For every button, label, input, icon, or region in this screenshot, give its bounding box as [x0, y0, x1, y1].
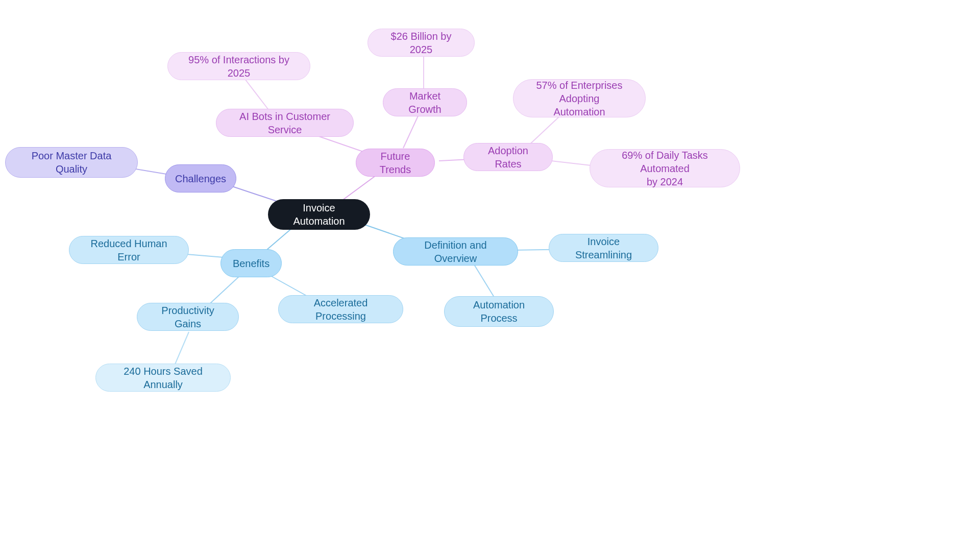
node-future-trends[interactable]: Future Trends — [356, 149, 435, 177]
node-invoice-streamlining[interactable]: Invoice Streamlining — [549, 234, 658, 262]
node-poor-master-data[interactable]: Poor Master Data Quality — [5, 147, 138, 178]
node-adoption-stat-1[interactable]: 57% of Enterprises Adopting Automation — [513, 79, 646, 117]
node-definition[interactable]: Definition and Overview — [393, 237, 518, 266]
svg-line-4 — [245, 79, 271, 112]
node-automation-process[interactable]: Automation Process — [444, 296, 554, 327]
node-adoption-rates[interactable]: Adoption Rates — [463, 143, 553, 171]
node-productivity-stat[interactable]: 240 Hours Saved Annually — [95, 364, 231, 392]
node-productivity[interactable]: Productivity Gains — [137, 303, 239, 331]
svg-line-5 — [403, 115, 419, 148]
edge-layer — [0, 0, 980, 553]
svg-line-12 — [475, 266, 495, 299]
node-market-growth[interactable]: Market Growth — [383, 88, 467, 116]
mindmap-canvas: Invoice Automation Challenges Poor Maste… — [0, 0, 980, 553]
node-ai-bots-stat[interactable]: 95% of Interactions by 2025 — [167, 52, 310, 80]
node-adoption-stat-2[interactable]: 69% of Daily Tasks Automated by 2024 — [590, 149, 740, 187]
node-market-stat[interactable]: $26 Billion by 2025 — [368, 29, 475, 57]
node-reduced-error[interactable]: Reduced Human Error — [69, 236, 189, 264]
node-accel-processing[interactable]: Accelerated Processing — [278, 295, 403, 323]
node-ai-bots[interactable]: AI Bots in Customer Service — [216, 109, 354, 137]
svg-line-17 — [174, 332, 189, 368]
node-benefits[interactable]: Benefits — [220, 249, 282, 277]
root-node[interactable]: Invoice Automation — [268, 199, 370, 230]
node-challenges[interactable]: Challenges — [165, 164, 236, 193]
